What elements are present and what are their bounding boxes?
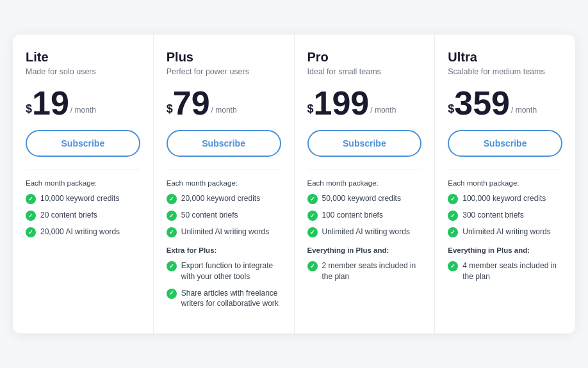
extra-label-pro: Everything in Plus and: — [307, 246, 422, 254]
check-icon — [167, 227, 177, 237]
feature-item: 100,000 keyword credits — [448, 193, 562, 204]
price-amount-pro: 199 — [314, 86, 370, 120]
currency-lite: $ — [26, 103, 32, 115]
monthly-label-ultra: Each month package: — [448, 179, 562, 187]
check-icon — [167, 211, 177, 221]
price-period-lite: / month — [70, 106, 96, 115]
extra-features-ultra: 4 member seats included in the plan — [448, 260, 562, 282]
extra-feature-item: 2 member seats included in the plan — [307, 260, 422, 282]
feature-item: 300 content briefs — [448, 210, 562, 221]
price-amount-ultra: 359 — [454, 86, 510, 120]
divider-ultra — [448, 170, 562, 170]
divider-lite — [26, 170, 140, 170]
feature-item: Unlimited AI writing words — [448, 227, 562, 237]
plan-subtitle-pro: Ideal for small teams — [307, 67, 422, 76]
extra-feature-item: Export function to integrate with your o… — [167, 260, 281, 282]
feature-item: Unlimited AI writing words — [167, 227, 281, 237]
pricing-table: Lite Made for solo users $ 19 / month Su… — [13, 35, 575, 333]
subscribe-button-pro[interactable]: Subscribe — [307, 130, 422, 157]
monthly-label-lite: Each month package: — [26, 179, 140, 187]
currency-plus: $ — [167, 103, 173, 115]
check-icon — [26, 194, 36, 204]
price-amount-plus: 79 — [173, 86, 210, 120]
extra-feature-item: Share articles with freelance writers fo… — [167, 288, 281, 310]
price-row-pro: $ 199 / month — [307, 86, 422, 120]
extra-features-plus: Export function to integrate with your o… — [167, 260, 281, 309]
extra-label-plus: Extra for Plus: — [167, 246, 281, 254]
check-icon — [26, 227, 36, 237]
feature-item: 20,000 keyword credits — [167, 193, 281, 204]
monthly-features-pro: 50,000 keyword credits 100 content brief… — [307, 193, 422, 237]
check-icon — [448, 261, 458, 271]
check-icon — [167, 289, 177, 299]
feature-item: 10,000 keyword credits — [26, 193, 140, 204]
plan-name-plus: Plus — [167, 50, 281, 65]
price-row-plus: $ 79 / month — [167, 86, 281, 120]
subscribe-button-ultra[interactable]: Subscribe — [448, 130, 562, 157]
plan-card-ultra: Ultra Scalable for medium teams $ 359 / … — [435, 35, 575, 333]
subscribe-button-lite[interactable]: Subscribe — [26, 130, 140, 157]
check-icon — [448, 211, 458, 221]
price-row-lite: $ 19 / month — [26, 86, 140, 120]
divider-plus — [167, 170, 281, 170]
price-period-pro: / month — [370, 106, 396, 115]
feature-item: 20 content briefs — [26, 210, 140, 221]
plan-subtitle-lite: Made for solo users — [26, 67, 140, 76]
price-period-plus: / month — [211, 106, 237, 115]
check-icon — [307, 211, 318, 221]
price-amount-lite: 19 — [32, 86, 69, 120]
price-period-ultra: / month — [511, 106, 537, 115]
feature-item: 50 content briefs — [167, 210, 281, 221]
extra-features-pro: 2 member seats included in the plan — [307, 260, 422, 282]
feature-item: 20,000 AI writing words — [26, 227, 140, 237]
check-icon — [307, 227, 318, 237]
monthly-features-ultra: 100,000 keyword credits 300 content brie… — [448, 193, 562, 237]
monthly-label-pro: Each month package: — [307, 179, 422, 187]
plan-name-pro: Pro — [307, 50, 422, 65]
monthly-features-lite: 10,000 keyword credits 20 content briefs… — [26, 193, 140, 237]
check-icon — [448, 194, 458, 204]
extra-feature-item: 4 member seats included in the plan — [448, 260, 562, 282]
check-icon — [26, 211, 36, 221]
plan-name-lite: Lite — [26, 50, 140, 65]
currency-pro: $ — [307, 103, 314, 115]
check-icon — [167, 261, 177, 271]
feature-item: Unlimited AI writing words — [307, 227, 422, 237]
plan-card-plus: Plus Perfect for power users $ 79 / mont… — [154, 35, 295, 333]
currency-ultra: $ — [448, 103, 454, 115]
check-icon — [167, 194, 177, 204]
check-icon — [307, 194, 318, 204]
divider-pro — [307, 170, 422, 170]
check-icon — [448, 227, 458, 237]
plan-card-pro: Pro Ideal for small teams $ 199 / month … — [295, 35, 436, 333]
monthly-features-plus: 20,000 keyword credits 50 content briefs… — [167, 193, 281, 237]
check-icon — [307, 261, 318, 271]
feature-item: 50,000 keyword credits — [307, 193, 422, 204]
plan-subtitle-plus: Perfect for power users — [167, 67, 281, 76]
monthly-label-plus: Each month package: — [167, 179, 281, 187]
extra-label-ultra: Everything in Plus and: — [448, 246, 562, 254]
plan-name-ultra: Ultra — [448, 50, 562, 65]
feature-item: 100 content briefs — [307, 210, 422, 221]
plan-card-lite: Lite Made for solo users $ 19 / month Su… — [13, 35, 154, 333]
price-row-ultra: $ 359 / month — [448, 86, 562, 120]
subscribe-button-plus[interactable]: Subscribe — [167, 130, 281, 157]
plan-subtitle-ultra: Scalable for medium teams — [448, 67, 562, 76]
